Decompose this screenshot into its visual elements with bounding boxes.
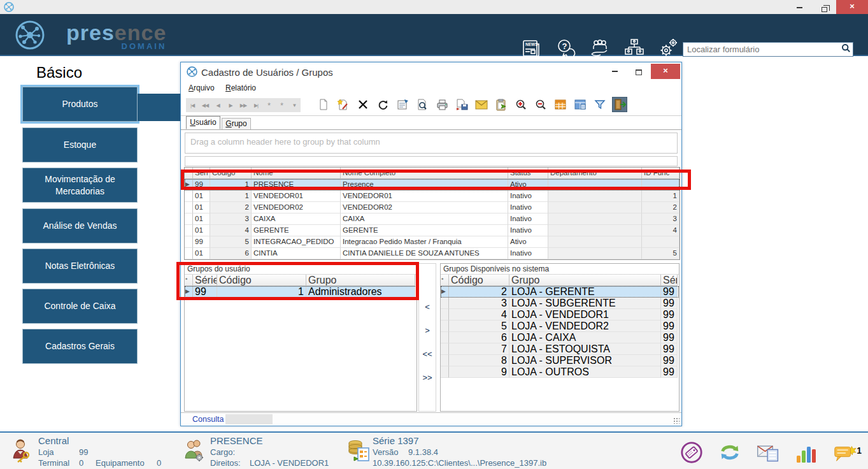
- minimize-button[interactable]: [788, 0, 810, 14]
- chart-icon[interactable]: [794, 440, 818, 465]
- mail-report-icon[interactable]: [756, 440, 780, 465]
- navigator-button-6[interactable]: *: [262, 98, 275, 112]
- settings-icon[interactable]: [657, 35, 681, 61]
- table-row[interactable]: 012VENDEDOR02VENDEDOR02Inativo2: [185, 202, 679, 213]
- navigator-button-1[interactable]: ◀◀: [199, 98, 211, 112]
- window-statusbar: Consulta: [181, 412, 681, 426]
- import-clipboard-icon[interactable]: [494, 97, 509, 112]
- transfer-button-left[interactable]: <: [425, 302, 430, 312]
- table-row[interactable]: 013CAIXACAIXAInativo3: [185, 213, 679, 225]
- search-icon[interactable]: [839, 43, 853, 55]
- refresh-icon[interactable]: [375, 97, 390, 112]
- table-row[interactable]: 016CINTIACINTIA DANIELLE DE SOUZA ANTUNE…: [185, 248, 679, 259]
- table-cell: 3: [210, 213, 252, 225]
- new-record-icon[interactable]: [316, 97, 331, 112]
- window-close-button[interactable]: ×: [651, 64, 680, 79]
- window-titlebar[interactable]: Cadastro de Usuários / Grupos ×: [181, 62, 681, 82]
- table-cell: CAIXA: [341, 213, 508, 225]
- network-icon[interactable]: [622, 35, 646, 61]
- table-row[interactable]: 5LOJA - VENDEDOR299: [441, 321, 679, 332]
- column-header[interactable]: *: [441, 275, 449, 286]
- table-row[interactable]: 995INTEGRACAO_PEDIDOIntegracao Pedido Ma…: [185, 236, 679, 248]
- print-icon[interactable]: [434, 97, 450, 112]
- navigator-button-5[interactable]: ▶|: [250, 98, 262, 112]
- status-line: Direitos:LOJA - VENDEDOR1: [210, 458, 339, 468]
- print-preview-icon[interactable]: [415, 97, 430, 112]
- table-row[interactable]: 8LOJA - SUPERVISOR99: [441, 355, 679, 366]
- news-icon[interactable]: NEWS: [519, 35, 543, 61]
- navigator-button-0[interactable]: |◀: [186, 98, 199, 112]
- window-minimize-button[interactable]: [604, 64, 625, 79]
- transfer-button-all-left[interactable]: <<: [422, 349, 432, 359]
- sidebar-item-estoque[interactable]: Estoque: [22, 127, 138, 162]
- column-header[interactable]: Série: [661, 275, 678, 286]
- navigator-button-4[interactable]: ▶▶: [237, 98, 250, 112]
- table-row[interactable]: 014GERENTEGERENTEInativo4: [185, 225, 679, 236]
- send-email-icon[interactable]: [474, 97, 489, 112]
- table-row[interactable]: ▶2LOJA - GERENTE99: [441, 286, 679, 298]
- status-line: Terminal0Equipamento0: [38, 458, 167, 468]
- tab-usuario[interactable]: Usuário: [186, 116, 220, 129]
- sidebar-item-controle-de-caixa[interactable]: Controle de Caixa: [22, 289, 138, 324]
- consulta-tab[interactable]: Consulta: [192, 415, 224, 424]
- column-header[interactable]: Grupo: [509, 275, 661, 286]
- navigator-button-3[interactable]: ▶: [224, 98, 237, 112]
- table-row[interactable]: 011VENDEDOR01VENDEDOR01Inativo1: [185, 191, 679, 202]
- table-cell: 8: [449, 355, 509, 366]
- users-gear-icon: [182, 438, 206, 466]
- insert-record-icon[interactable]: [336, 97, 351, 112]
- available-groups-caption: Grupos Disponíveis no sistema: [441, 264, 679, 275]
- support-icon[interactable]: [588, 35, 612, 61]
- os-titlebar: ×: [0, 0, 868, 14]
- table-row[interactable]: 7LOJA - ESTOQUISTA99: [441, 343, 679, 355]
- sidebar-item-cadastros-gerais[interactable]: Cadastros Gerais: [22, 329, 138, 364]
- column-header[interactable]: Código: [449, 275, 509, 286]
- tag-icon[interactable]: [679, 440, 704, 465]
- presence-logo-icon: [14, 19, 46, 54]
- window-menubar: Arquivo Relatório: [181, 82, 681, 94]
- sidebar-item-an-lise-de-vendas[interactable]: Análise de Vendas: [22, 208, 138, 243]
- table-cell: [548, 202, 642, 213]
- navigator-button-7[interactable]: *: [275, 98, 288, 112]
- export-save-icon[interactable]: [454, 97, 469, 112]
- resize-grip-icon[interactable]: [673, 417, 679, 424]
- help-icon[interactable]: ?: [553, 35, 578, 61]
- grid-settings-icon[interactable]: [573, 97, 588, 112]
- row-indicator: [441, 343, 449, 355]
- window-maximize-button[interactable]: [628, 64, 650, 79]
- table-cell: INTEGRACAO_PEDIDO: [252, 236, 341, 248]
- table-cell: LOJA - CAIXA: [509, 332, 661, 343]
- zoom-in-icon[interactable]: [513, 97, 529, 112]
- exit-icon[interactable]: [612, 97, 627, 112]
- edit-properties-icon[interactable]: [395, 97, 410, 112]
- table-cell: 01: [193, 191, 210, 202]
- sync-icon[interactable]: [718, 440, 742, 465]
- close-button[interactable]: ×: [836, 0, 868, 14]
- table-row[interactable]: 6LOJA - CAIXA99: [441, 332, 679, 343]
- table-row[interactable]: 3LOJA - SUBGERENTE99: [441, 298, 679, 309]
- table-view-icon[interactable]: [553, 97, 568, 112]
- navigator-button-2[interactable]: ◀: [211, 98, 224, 112]
- restore-button[interactable]: [813, 0, 835, 14]
- table-row[interactable]: 9LOJA - OUTROS99: [441, 366, 679, 378]
- table-row[interactable]: 4LOJA - VENDEDOR199: [441, 309, 679, 321]
- sidebar-item-movimenta-o-de-mercadorias[interactable]: Movimentação de Mercadorias: [22, 168, 138, 203]
- messages-icon[interactable]: 1: [832, 440, 857, 465]
- table-cell: CINTIA DANIELLE DE SOUZA ANTUNES: [341, 248, 508, 259]
- sidebar-item-produtos[interactable]: Produtos: [22, 87, 138, 122]
- transfer-button-all-right[interactable]: >>: [422, 373, 432, 382]
- menu-relatorio[interactable]: Relatório: [225, 83, 256, 92]
- menu-arquivo[interactable]: Arquivo: [189, 83, 215, 92]
- table-cell: CINTIA: [252, 248, 341, 259]
- search-input[interactable]: [683, 45, 839, 54]
- sidebar-item-notas-eletr-nicas[interactable]: Notas Eletrônicas: [22, 249, 138, 284]
- tab-grupo[interactable]: Grupo: [222, 118, 251, 129]
- transfer-button-right[interactable]: >: [425, 326, 430, 335]
- group-by-panel[interactable]: Drag a column header here to group by th…: [185, 133, 678, 154]
- delete-record-icon[interactable]: [355, 97, 371, 112]
- filter-icon[interactable]: [592, 97, 608, 112]
- table-cell: 5: [642, 248, 679, 259]
- navigator-button-8[interactable]: ▼: [288, 98, 301, 112]
- row-indicator: [185, 202, 193, 213]
- zoom-out-icon[interactable]: [533, 97, 548, 112]
